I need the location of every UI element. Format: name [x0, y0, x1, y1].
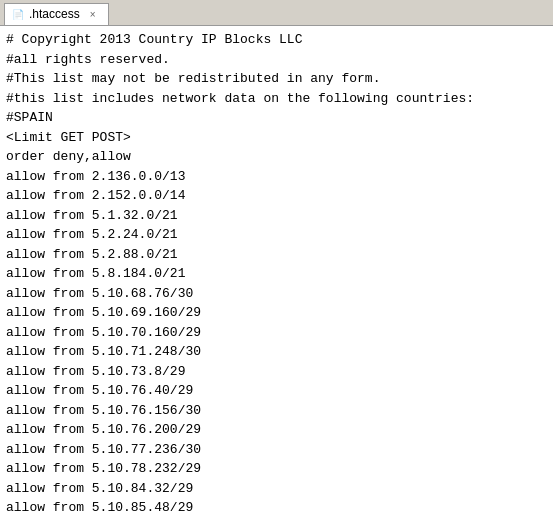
table-row: #all rights reserved.	[6, 50, 547, 70]
table-row: allow from 5.10.76.156/30	[6, 401, 547, 421]
table-row: #SPAIN	[6, 108, 547, 128]
tab-htaccess[interactable]: 📄 .htaccess ×	[4, 3, 109, 25]
table-row: allow from 5.2.24.0/21	[6, 225, 547, 245]
table-row: #this list includes network data on the …	[6, 89, 547, 109]
table-row: #This list may not be redistributed in a…	[6, 69, 547, 89]
table-row: allow from 5.8.184.0/21	[6, 264, 547, 284]
tab-close-button[interactable]: ×	[86, 7, 100, 21]
table-row: allow from 2.136.0.0/13	[6, 167, 547, 187]
code-lines: # Copyright 2013 Country IP Blocks LLC#a…	[6, 30, 547, 514]
table-row: allow from 5.10.84.32/29	[6, 479, 547, 499]
table-row: <Limit GET POST>	[6, 128, 547, 148]
table-row: allow from 5.10.68.76/30	[6, 284, 547, 304]
table-row: allow from 5.10.76.40/29	[6, 381, 547, 401]
table-row: allow from 5.1.32.0/21	[6, 206, 547, 226]
editor-window: 📄 .htaccess × # Copyright 2013 Country I…	[0, 0, 553, 514]
editor-content[interactable]: # Copyright 2013 Country IP Blocks LLC#a…	[0, 26, 553, 514]
table-row: allow from 5.10.77.236/30	[6, 440, 547, 460]
tab-bar: 📄 .htaccess ×	[0, 0, 553, 26]
table-row: allow from 5.10.76.200/29	[6, 420, 547, 440]
file-icon: 📄	[11, 7, 25, 21]
table-row: # Copyright 2013 Country IP Blocks LLC	[6, 30, 547, 50]
table-row: allow from 5.10.69.160/29	[6, 303, 547, 323]
table-row: allow from 2.152.0.0/14	[6, 186, 547, 206]
tab-label: .htaccess	[29, 7, 80, 21]
table-row: allow from 5.10.85.48/29	[6, 498, 547, 514]
table-row: order deny,allow	[6, 147, 547, 167]
table-row: allow from 5.10.70.160/29	[6, 323, 547, 343]
table-row: allow from 5.10.73.8/29	[6, 362, 547, 382]
table-row: allow from 5.10.71.248/30	[6, 342, 547, 362]
table-row: allow from 5.2.88.0/21	[6, 245, 547, 265]
table-row: allow from 5.10.78.232/29	[6, 459, 547, 479]
